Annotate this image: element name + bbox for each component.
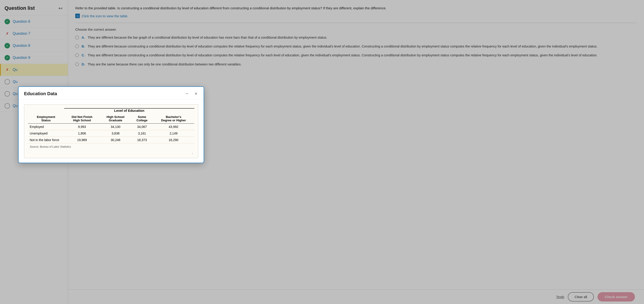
row-c3: 34,067 <box>131 124 153 130</box>
modal-close-button[interactable]: × <box>193 90 199 97</box>
row-c3: 3,161 <box>131 130 153 137</box>
modal-minimize-button[interactable]: − <box>184 90 190 97</box>
row-c2: 30,246 <box>100 137 131 143</box>
table-row: Unemployed 1,806 3,838 3,161 2,149 <box>28 130 194 137</box>
col-header-status: EmploymentStatus <box>28 114 64 124</box>
row-status: Employed <box>28 124 64 130</box>
row-c1: 19,969 <box>64 137 100 143</box>
education-data-modal: Education Data − × Level of Education Em… <box>18 86 204 163</box>
col-header-sc: SomeCollege <box>131 114 153 124</box>
col-header-hsg: High SchoolGraduate <box>100 114 131 124</box>
modal-header: Education Data − × <box>18 87 204 100</box>
modal-controls: − × <box>184 90 199 97</box>
education-table: Level of Education EmploymentStatus Did … <box>28 108 194 150</box>
education-table-wrapper: Level of Education EmploymentStatus Did … <box>24 104 198 158</box>
col-header-dnf: Did Not FinishHigh School <box>64 114 100 124</box>
row-c1: 9,993 <box>64 124 100 130</box>
resize-icon: ⌞ <box>192 151 194 154</box>
level-education-header: Level of Education <box>64 108 194 114</box>
row-c4: 2,149 <box>152 130 194 137</box>
row-c2: 34,130 <box>100 124 131 130</box>
row-status: Not in the labor force <box>28 137 64 143</box>
table-row: Employed 9,993 34,130 34,067 43,992 <box>28 124 194 130</box>
modal-overlay: Education Data − × Level of Education Em… <box>0 0 644 304</box>
modal-resize-handle[interactable]: ⌞ <box>28 150 194 154</box>
modal-title: Education Data <box>24 91 57 96</box>
table-row: Not in the labor force 19,969 30,246 18,… <box>28 137 194 143</box>
row-c3: 18,373 <box>131 137 153 143</box>
row-status: Unemployed <box>28 130 64 137</box>
source-text: Source: Bureau of Labor Statistics <box>28 143 194 150</box>
modal-body: Level of Education EmploymentStatus Did … <box>18 100 204 163</box>
row-c2: 3,838 <box>100 130 131 137</box>
col-header-bd: Bachelor'sDegree or Higher <box>152 114 194 124</box>
table-col-headers: EmploymentStatus Did Not FinishHigh Scho… <box>28 114 194 124</box>
row-c1: 1,806 <box>64 130 100 137</box>
source-row: Source: Bureau of Labor Statistics <box>28 143 194 150</box>
row-c4: 16,290 <box>152 137 194 143</box>
row-c4: 43,992 <box>152 124 194 130</box>
education-table-body: Employed 9,993 34,130 34,067 43,992 Unem… <box>28 124 194 150</box>
